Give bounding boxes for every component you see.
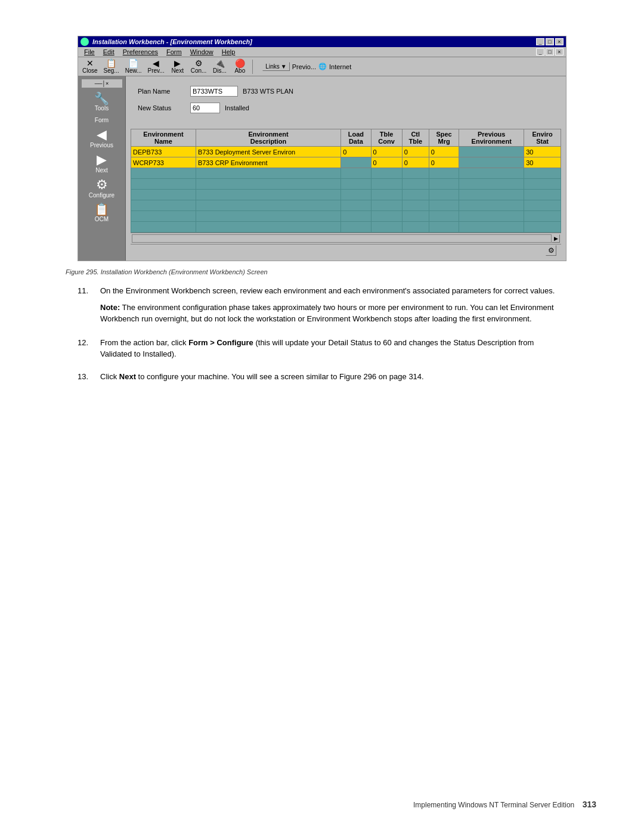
empty-cell <box>371 168 402 179</box>
links-button[interactable]: Links ▼ <box>262 62 289 71</box>
empty-cell <box>459 211 524 222</box>
cell-load-data-2[interactable] <box>341 157 371 168</box>
previous-icon: ◀ <box>97 128 107 141</box>
col-ctl-tble: Ctl Tble <box>402 129 429 147</box>
title-bar-controls: _ □ × <box>536 38 564 45</box>
tools-label: Tools <box>95 105 109 112</box>
next-button[interactable]: ▶ Next <box>169 58 187 75</box>
scroll-right-button[interactable]: ▶ <box>552 234 560 243</box>
menu-form[interactable]: Form <box>163 48 185 56</box>
empty-cell <box>371 179 402 190</box>
form-label: Form <box>95 117 109 123</box>
seg-label: Seg... <box>104 67 119 74</box>
page-number: 313 <box>583 800 596 809</box>
inner-restore-button[interactable]: □ <box>546 48 554 55</box>
menu-edit[interactable]: Edit <box>100 48 118 56</box>
empty-cell <box>402 190 429 200</box>
empty-cell <box>402 168 429 179</box>
sidebar: ──│× 🔧 Tools Form ◀ Previous ▶ Next ⚙ <box>78 76 126 261</box>
menu-help[interactable]: Help <box>218 48 239 56</box>
step-12-number: 12. <box>78 337 95 364</box>
step-12-text: From the action bar, click Form > Config… <box>100 337 566 360</box>
links-label: Links <box>265 63 279 70</box>
cell-ctl-tble-1[interactable]: 0 <box>402 147 429 157</box>
cell-stat-2: 30 <box>524 157 561 168</box>
menu-window[interactable]: Window <box>187 48 217 56</box>
col-spec-mrg: Spec Mrg <box>429 129 459 147</box>
cell-prev-env-2[interactable] <box>459 157 524 168</box>
cell-prev-env-1[interactable] <box>459 147 524 157</box>
dis-button[interactable]: 🔌 Dis... <box>210 58 228 75</box>
empty-cell <box>196 179 340 190</box>
sidebar-item-form[interactable]: Form <box>81 114 123 125</box>
sidebar-item-previous[interactable]: ◀ Previous <box>81 126 123 150</box>
empty-cell <box>524 190 561 200</box>
empty-cell <box>341 179 371 190</box>
sidebar-item-configure[interactable]: ⚙ Configure <box>81 176 123 200</box>
cell-tble-conv-2[interactable]: 0 <box>371 157 402 168</box>
close-tool-icon: ✕ <box>86 59 94 67</box>
next-sidebar-label: Next <box>95 167 108 174</box>
close-tool-button[interactable]: ✕ Close <box>80 58 100 75</box>
horizontal-scrollbar[interactable] <box>132 234 552 243</box>
cell-env-name-1[interactable]: DEPB733 <box>131 147 196 157</box>
figure-caption: Figure 295. Installation Workbench (Envi… <box>48 268 596 275</box>
abo-button[interactable]: 🔴 Abo <box>231 58 249 75</box>
seg-button[interactable]: 📋 Seg... <box>102 58 121 75</box>
close-button[interactable]: × <box>555 38 564 45</box>
con-button[interactable]: ⚙ Con... <box>189 58 209 75</box>
cell-spec-mrg-2[interactable]: 0 <box>429 157 459 168</box>
prev-label: Prev... <box>148 67 165 74</box>
menu-file[interactable]: File <box>80 48 98 56</box>
table-row <box>131 211 561 222</box>
prev-button[interactable]: ◀ Prev... <box>146 58 166 75</box>
step-12-content: From the action bar, click Form > Config… <box>100 337 566 364</box>
minimize-button[interactable]: _ <box>536 38 544 45</box>
note-label: Note: <box>100 303 120 312</box>
cell-spec-mrg-1[interactable]: 0 <box>429 147 459 157</box>
empty-cell <box>459 222 524 233</box>
col-load-data: Load Data <box>341 129 371 147</box>
step-11-text: On the Environment Workbench screen, rev… <box>100 285 566 297</box>
empty-cell <box>131 179 196 190</box>
empty-cell <box>524 168 561 179</box>
new-status-desc: Installed <box>225 104 249 112</box>
inner-close-button[interactable]: × <box>555 48 564 55</box>
col-env-desc: Environment Description <box>196 129 340 147</box>
dis-label: Dis... <box>213 67 227 74</box>
menu-preferences[interactable]: Preferences <box>119 48 162 56</box>
step-13: 13. Click Next to configure your machine… <box>78 371 566 386</box>
step-13-content: Click Next to configure your machine. Yo… <box>100 371 566 386</box>
configure-icon: ⚙ <box>96 178 108 191</box>
cell-tble-conv-1[interactable]: 0 <box>371 147 402 157</box>
cell-env-name-2[interactable]: WCRP733 <box>131 157 196 168</box>
col-env-name: Environment Name <box>131 129 196 147</box>
menu-bar: File Edit Preferences Form Window Help _… <box>78 47 566 57</box>
cell-env-desc-2: B733 CRP Environment <box>196 157 340 168</box>
seg-icon: 📋 <box>106 59 116 67</box>
next-icon: ▶ <box>174 59 181 67</box>
cell-load-data-1[interactable]: 0 <box>341 147 371 157</box>
footer-text: Implementing Windows NT Terminal Server … <box>413 801 574 809</box>
step-13-number: 13. <box>78 371 95 386</box>
empty-cell <box>371 200 402 211</box>
sidebar-item-ocm[interactable]: 📋 OCM <box>81 202 123 224</box>
restore-button[interactable]: □ <box>546 38 554 45</box>
tools-icon: 🔧 <box>94 92 109 104</box>
new-button[interactable]: 📄 New... <box>123 58 144 75</box>
note-block-11: Note: The environment configuration phas… <box>100 302 566 325</box>
plan-name-input[interactable] <box>190 86 238 97</box>
cell-ctl-tble-2[interactable]: 0 <box>402 157 429 168</box>
previo-button[interactable]: Previo... <box>292 63 316 70</box>
sidebar-item-tools[interactable]: 🔧 Tools <box>81 91 123 113</box>
sidebar-item-next[interactable]: ▶ Next <box>81 151 123 175</box>
prev-icon: ◀ <box>153 59 159 67</box>
internet-button[interactable]: Internet <box>329 63 351 70</box>
table-row <box>131 179 561 190</box>
table-row <box>131 222 561 233</box>
grid-body: DEPB733 B733 Deployment Server Environ 0… <box>131 147 561 233</box>
empty-cell <box>459 168 524 179</box>
inner-minimize-button[interactable]: _ <box>536 48 544 55</box>
sidebar-top: ──│× <box>81 79 123 88</box>
new-status-input[interactable] <box>190 103 220 113</box>
